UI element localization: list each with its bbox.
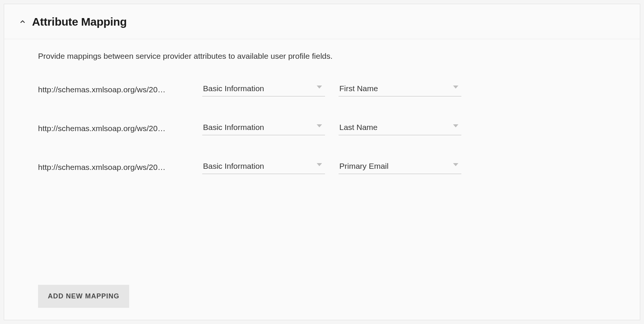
panel-body: Provide mappings between service provide… <box>4 39 640 212</box>
panel-title: Attribute Mapping <box>32 15 127 28</box>
caret-down-icon <box>317 86 322 89</box>
category-select[interactable]: Basic Information <box>202 162 325 174</box>
field-select[interactable]: First Name <box>339 84 461 96</box>
select-value: Basic Information <box>203 123 264 132</box>
attribute-url: http://schemas.xmlsoap.org/ws/20… <box>38 163 189 174</box>
caret-down-icon <box>453 86 458 89</box>
select-value: Primary Email <box>339 162 389 171</box>
category-select[interactable]: Basic Information <box>202 84 325 96</box>
chevron-up-icon <box>18 18 27 26</box>
select-value: First Name <box>339 84 378 93</box>
field-select[interactable]: Primary Email <box>339 162 461 174</box>
mapping-row: http://schemas.xmlsoap.org/ws/20… Basic … <box>38 162 606 174</box>
mapping-row: http://schemas.xmlsoap.org/ws/20… Basic … <box>38 84 606 96</box>
caret-down-icon <box>453 163 458 166</box>
mapping-row: http://schemas.xmlsoap.org/ws/20… Basic … <box>38 123 606 135</box>
select-value: Last Name <box>339 123 378 132</box>
caret-down-icon <box>453 124 458 127</box>
attribute-url: http://schemas.xmlsoap.org/ws/20… <box>38 124 189 135</box>
caret-down-icon <box>317 163 322 166</box>
select-value: Basic Information <box>203 162 264 171</box>
field-select[interactable]: Last Name <box>339 123 461 135</box>
attribute-mapping-panel: Attribute Mapping Provide mappings betwe… <box>4 4 640 320</box>
caret-down-icon <box>317 124 322 127</box>
category-select[interactable]: Basic Information <box>202 123 325 135</box>
attribute-url: http://schemas.xmlsoap.org/ws/20… <box>38 85 189 96</box>
panel-header[interactable]: Attribute Mapping <box>4 4 640 39</box>
add-new-mapping-button[interactable]: ADD NEW MAPPING <box>38 285 129 308</box>
select-value: Basic Information <box>203 84 264 93</box>
panel-description: Provide mappings between service provide… <box>38 50 606 61</box>
